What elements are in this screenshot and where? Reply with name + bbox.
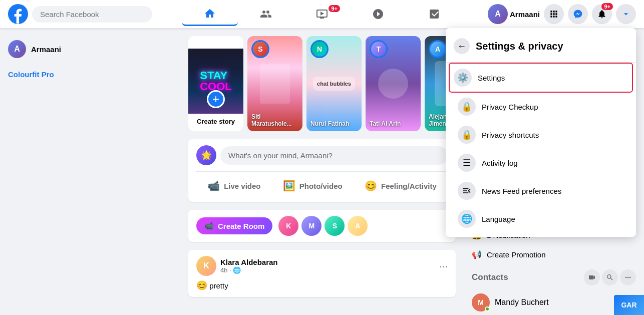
sidebar-user-name: Armaani: [31, 45, 61, 54]
create-room-icon: 📹: [204, 221, 214, 230]
post-feeling-button[interactable]: 😊 Feeling/Activity: [359, 176, 443, 196]
dropdown-header: ← Settings & privacy: [446, 32, 636, 63]
story-card-2[interactable]: N chat bubbles Nurul Fatinah: [306, 36, 362, 131]
megaphone-icon: 📢: [472, 250, 482, 259]
contacts-more-button[interactable]: [620, 269, 636, 285]
left-sidebar: A Armaani Colourfit Pro: [0, 28, 180, 315]
contacts-label: Contacts: [472, 272, 508, 282]
story-card-1[interactable]: S Siti Maratushole...: [247, 36, 302, 131]
post-meta: 4h · 🌐: [220, 266, 278, 274]
photo-video-label: Photo/video: [299, 182, 343, 190]
story-bg-1: S Siti Maratushole...: [247, 36, 302, 131]
room-avatar-1: K: [278, 216, 298, 236]
post-actions: 📹 Live video 🖼️ Photo/video 😊 Feeling/Ac…: [196, 176, 448, 196]
activity-log-label: Activity log: [482, 159, 518, 167]
create-room-button[interactable]: 📹 Create Room: [196, 217, 272, 234]
dropdown-item-activity-log[interactable]: ☰ Activity log: [450, 149, 632, 177]
language-label: Language: [482, 215, 515, 223]
contact-name-mandy: Mandy Buchert: [495, 298, 549, 307]
activity-log-icon: ☰: [458, 154, 476, 172]
post-user-avatar-card: K: [196, 256, 216, 276]
story-bg-2: N chat bubbles Nurul Fatinah: [306, 36, 362, 131]
back-arrow-icon: ←: [457, 41, 466, 52]
story-card-3[interactable]: T Tati Al Arin: [366, 36, 421, 131]
nav-notifications-button[interactable]: 9+: [592, 4, 612, 24]
settings-privacy-dropdown: ← Settings & privacy ⚙️ Settings 🔒 Priva…: [446, 28, 636, 237]
stories-section: STAYCOOL + Create story S Siti Maratusho…: [188, 36, 456, 131]
post-emoji: 😊: [196, 280, 207, 290]
sidebar-user-profile[interactable]: A Armaani: [4, 36, 176, 62]
nav-center: 9+: [182, 2, 462, 26]
stories-container: STAYCOOL + Create story S Siti Maratusho…: [188, 36, 456, 131]
news-feed-icon: [458, 182, 476, 200]
post-more-button[interactable]: ···: [439, 260, 448, 272]
post-user-details: Klara Aldebaran 4h · 🌐: [220, 258, 278, 274]
post-header: K Klara Aldebaran 4h · 🌐 ···: [196, 256, 448, 276]
sidebar-colourfit[interactable]: Colourfit Pro: [4, 66, 176, 83]
post-photo-video-button[interactable]: 🖼️ Photo/video: [277, 176, 349, 196]
post-live-video-button[interactable]: 📹 Live video: [201, 176, 266, 196]
create-story-label: Create story: [197, 118, 235, 125]
create-promotion-item[interactable]: 📢 Create Promotion: [468, 246, 640, 263]
contacts-video-button[interactable]: [584, 269, 600, 285]
privacy-shortcuts-label: Privacy shortcuts: [482, 131, 539, 139]
live-video-icon: 📹: [207, 180, 220, 192]
post-content: 😊 pretty: [196, 280, 448, 291]
sidebar-avatar: A: [8, 40, 26, 58]
create-promotion-text: Create Promotion: [487, 250, 546, 259]
create-story-card[interactable]: STAYCOOL + Create story: [188, 36, 243, 131]
create-room-box: 📹 Create Room K M S A: [188, 210, 456, 242]
top-nav: 9+ A Armaani 9+: [0, 0, 644, 28]
nav-home-button[interactable]: [182, 2, 238, 26]
online-indicator: [485, 306, 490, 311]
gar-button[interactable]: GAR: [614, 295, 644, 315]
dropdown-item-language[interactable]: 🌐 Language: [450, 205, 632, 233]
nav-apps-button[interactable]: [544, 4, 564, 24]
nav-left: [8, 4, 152, 24]
dropdown-item-privacy-checkup[interactable]: 🔒 Privacy Checkup: [450, 93, 632, 121]
story-name-3: Tati Al Arin: [370, 120, 417, 127]
story-avatar-2: N: [310, 40, 329, 58]
contacts-search-button[interactable]: [602, 269, 618, 285]
dropdown-item-settings[interactable]: ⚙️ Settings: [450, 64, 632, 92]
settings-label: Settings: [478, 74, 505, 82]
story-avatar-4: A: [429, 40, 447, 58]
room-avatar-3: S: [325, 216, 345, 236]
post-divider: [196, 171, 448, 172]
story-name-1: Siti Maratushole...: [251, 113, 298, 127]
story-plus-icon: +: [207, 90, 225, 108]
language-icon: 🌐: [458, 210, 476, 228]
nav-gaming-button[interactable]: [406, 2, 462, 26]
post-text: pretty: [209, 281, 228, 290]
post-user-avatar: 🌟: [196, 145, 216, 165]
story-avatar-1: S: [251, 40, 269, 58]
center-feed: STAYCOOL + Create story S Siti Maratusho…: [180, 28, 464, 315]
post-input-box: 🌟 What's on your mind, Armaani? 📹 Live v…: [188, 139, 456, 202]
nav-right: A Armaani 9+: [488, 4, 636, 24]
story-name-2: Nurul Fatinah: [310, 120, 358, 127]
contacts-header: Contacts: [468, 265, 640, 289]
dropdown-item-privacy-shortcuts[interactable]: 🔒 Privacy shortcuts: [450, 121, 632, 149]
nav-groups-button[interactable]: [350, 2, 406, 26]
nav-watch-button[interactable]: 9+: [294, 2, 350, 26]
nav-friends-button[interactable]: [238, 2, 294, 26]
search-input[interactable]: [32, 6, 152, 23]
post-user-name: Klara Aldebaran: [220, 258, 278, 266]
post-input-field[interactable]: What's on your mind, Armaani?: [220, 146, 448, 165]
contacts-actions: [584, 269, 636, 285]
feeling-label: Feeling/Activity: [381, 182, 437, 190]
privacy-checkup-icon: 🔒: [458, 98, 476, 116]
dropdown-item-news-feed[interactable]: News Feed preferences: [450, 177, 632, 205]
contact-avatar-mandy: M: [472, 293, 490, 311]
dropdown-back-button[interactable]: ←: [454, 38, 470, 54]
nav-user-profile[interactable]: A Armaani: [488, 4, 540, 24]
facebook-logo: [8, 4, 28, 24]
post-user-info: K Klara Aldebaran 4h · 🌐: [196, 256, 278, 276]
nav-messenger-button[interactable]: [568, 4, 588, 24]
feeling-icon: 😊: [365, 180, 377, 192]
dropdown-title: Settings & privacy: [476, 41, 563, 52]
nav-chevron-down-button[interactable]: [616, 4, 636, 24]
privacy-shortcuts-icon: 🔒: [458, 126, 476, 144]
privacy-checkup-label: Privacy Checkup: [482, 103, 538, 111]
post-input-row: 🌟 What's on your mind, Armaani?: [196, 145, 448, 165]
